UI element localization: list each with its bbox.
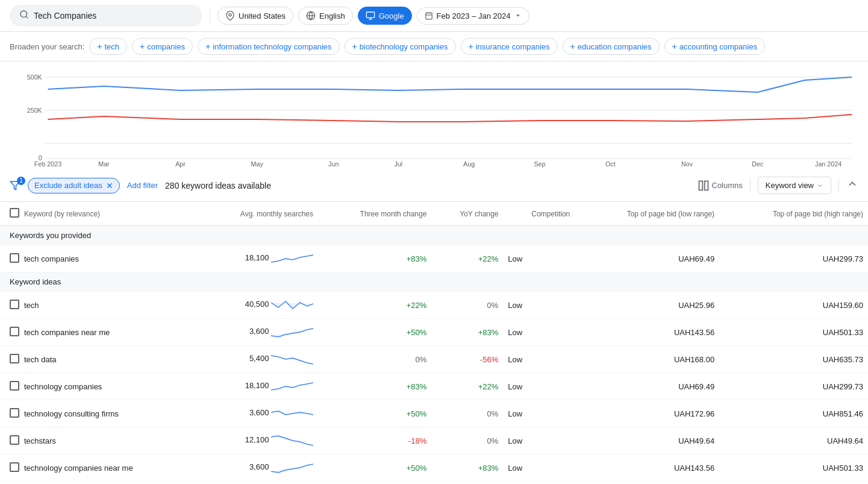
sparkline	[271, 297, 313, 313]
svg-text:Apr: Apr	[175, 160, 186, 168]
competition-cell: Low	[503, 427, 575, 454]
row-checkbox-cell[interactable]	[0, 292, 19, 319]
yoy-cell: 0%	[431, 400, 503, 427]
collapse-button[interactable]	[846, 178, 858, 193]
row-checkbox-cell[interactable]	[0, 373, 19, 400]
header: United States English Google Feb 2023 – …	[0, 0, 868, 32]
svg-point-2	[229, 14, 231, 16]
bid-high-cell: UAH159.60	[719, 292, 868, 319]
bid-high-cell: UAH501.33	[719, 319, 868, 346]
svg-rect-33	[704, 181, 708, 190]
location-chip[interactable]: United States	[217, 7, 293, 25]
source-icon	[366, 11, 375, 20]
broaden-chip-edu[interactable]: + education companies	[563, 38, 660, 55]
row-checkbox-cell[interactable]	[0, 427, 19, 454]
filter-button[interactable]: 1	[10, 180, 20, 191]
table-row: technology companies near me 3,600 +50% …	[0, 454, 868, 482]
svg-text:May: May	[251, 160, 264, 168]
row-checkbox[interactable]	[10, 253, 19, 263]
broaden-chip-it[interactable]: + information technology companies	[198, 38, 339, 55]
three-month-cell: +50%	[318, 400, 431, 427]
bid-high-cell: UAH299.73	[719, 245, 868, 272]
row-checkbox[interactable]	[10, 300, 19, 309]
date-range-label: Feb 2023 – Jan 2024	[437, 11, 511, 20]
col-competition: Competition	[503, 202, 575, 226]
language-chip[interactable]: English	[298, 7, 353, 25]
broaden-chip-label: accounting companies	[679, 42, 757, 51]
svg-text:Sep: Sep	[534, 160, 545, 168]
exclude-close-icon[interactable]: ✕	[106, 181, 113, 190]
exclude-label: Exclude adult ideas	[34, 181, 102, 190]
competition-cell: Low	[503, 346, 575, 373]
svg-text:Oct: Oct	[605, 160, 616, 168]
broaden-chip-insurance[interactable]: + insurance companies	[461, 38, 558, 55]
bid-low-cell: UAH172.96	[575, 400, 719, 427]
broaden-chip-companies[interactable]: + companies	[132, 38, 193, 55]
location-label: United States	[239, 11, 286, 20]
sparkline	[271, 378, 313, 395]
three-month-cell: +83%	[318, 245, 431, 272]
avg-searches-cell: 12,100	[195, 427, 318, 454]
row-checkbox-cell[interactable]	[0, 319, 19, 346]
select-all-checkbox[interactable]	[10, 208, 19, 218]
competition-cell: Low	[503, 373, 575, 400]
add-filter-button[interactable]: Add filter	[127, 181, 158, 190]
exclude-chip[interactable]: Exclude adult ideas ✕	[28, 178, 120, 193]
bid-low-cell: UAH143.56	[575, 319, 719, 346]
row-checkbox[interactable]	[10, 408, 19, 418]
keyword-cell: technology companies near me	[19, 454, 195, 482]
select-all-header[interactable]	[0, 202, 19, 226]
source-label: Google	[379, 11, 404, 20]
yoy-cell: +83%	[431, 454, 503, 482]
section-header-ideas: Keyword ideas	[0, 272, 868, 292]
keyword-cell: technology consulting firms	[19, 400, 195, 427]
keyword-cell: technology companies	[19, 373, 195, 400]
svg-text:500K: 500K	[27, 74, 43, 81]
svg-text:Aug: Aug	[463, 160, 475, 168]
row-checkbox[interactable]	[10, 435, 19, 445]
broaden-chip-label: biotechnology companies	[360, 42, 448, 51]
chart-area: 500K 250K 0 Feb 2023 Mar Apr May Jun Jul…	[0, 61, 868, 169]
row-checkbox[interactable]	[10, 381, 19, 391]
row-checkbox[interactable]	[10, 462, 19, 472]
bid-high-cell: UAH501.33	[719, 454, 868, 482]
row-checkbox[interactable]	[10, 354, 19, 363]
row-checkbox-cell[interactable]	[0, 400, 19, 427]
yoy-cell: 0%	[431, 292, 503, 319]
location-icon	[225, 11, 235, 20]
broaden-chip-tech[interactable]: + tech	[89, 38, 127, 55]
section-header-provided: Keywords you provided	[0, 226, 868, 245]
svg-text:Jul: Jul	[394, 160, 402, 168]
date-chip[interactable]: Feb 2023 – Jan 2024	[417, 7, 529, 25]
collapse-icon	[846, 178, 858, 190]
broaden-chip-bio[interactable]: + biotechnology companies	[345, 38, 456, 55]
competition-cell: Low	[503, 292, 575, 319]
row-checkbox-cell[interactable]	[0, 245, 19, 272]
bid-high-cell: UAH635.73	[719, 346, 868, 373]
row-checkbox[interactable]	[10, 327, 19, 336]
source-chip[interactable]: Google	[358, 7, 412, 25]
row-checkbox-cell[interactable]	[0, 346, 19, 373]
svg-text:Mar: Mar	[98, 160, 110, 168]
bid-high-cell: UAH49.64	[719, 427, 868, 454]
bid-low-cell: UAH25.96	[575, 292, 719, 319]
avg-searches-cell: 3,600	[195, 454, 318, 482]
plus-icon: +	[672, 42, 677, 51]
competition-cell: Low	[503, 319, 575, 346]
avg-searches-cell: 5,400	[195, 346, 318, 373]
plus-icon: +	[469, 42, 473, 51]
svg-line-1	[26, 16, 28, 18]
broaden-chip-label: information technology companies	[213, 42, 331, 51]
search-box[interactable]	[10, 5, 202, 27]
yoy-cell: -56%	[431, 346, 503, 373]
broaden-chip-accounting[interactable]: + accounting companies	[664, 38, 766, 55]
col-yoy: YoY change	[431, 202, 503, 226]
svg-text:Dec: Dec	[752, 160, 764, 168]
bid-low-cell: UAH69.49	[575, 245, 719, 272]
row-checkbox-cell[interactable]	[0, 454, 19, 482]
plus-icon: +	[570, 42, 575, 51]
columns-button[interactable]: Columns	[698, 180, 743, 192]
search-input[interactable]	[34, 11, 154, 20]
keyword-view-button[interactable]: Keyword view	[758, 177, 831, 194]
svg-rect-32	[699, 181, 702, 190]
